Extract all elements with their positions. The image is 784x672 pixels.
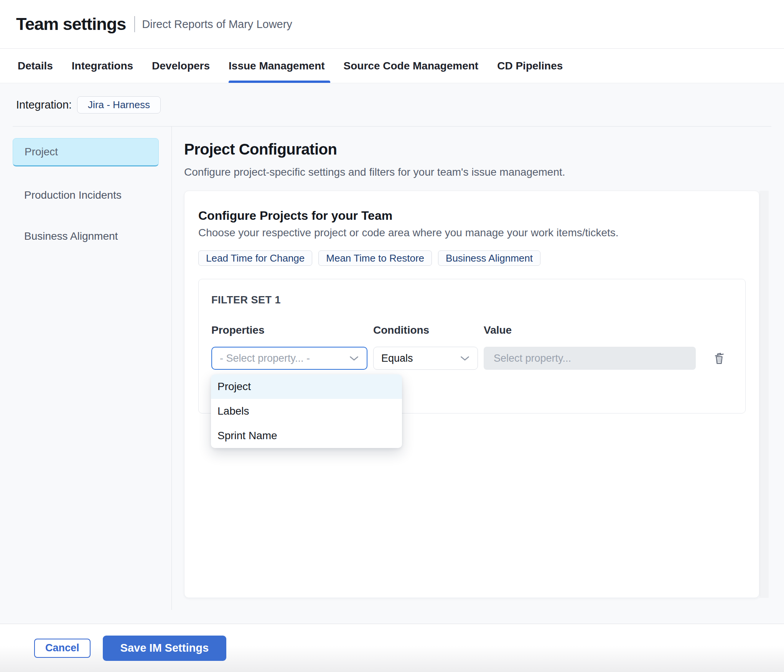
property-select-value: - Select property... - (220, 352, 310, 364)
integration-chip[interactable]: Jira - Harness (77, 96, 161, 114)
section-title: Project Configuration (184, 140, 784, 158)
tab-details[interactable]: Details (18, 49, 53, 83)
chip-mean-time-to-restore[interactable]: Mean Time to Restore (318, 250, 432, 266)
sidebar: Project Production Incidents Business Al… (0, 127, 172, 610)
tab-source-code-management[interactable]: Source Code Management (344, 49, 479, 83)
sidebar-item-business-alignment[interactable]: Business Alignment (13, 222, 159, 250)
tab-label: Source Code Management (344, 60, 479, 72)
chip-business-alignment[interactable]: Business Alignment (438, 250, 540, 266)
section-subtitle: Configure project-specific settings and … (184, 166, 784, 179)
integration-label: Integration: (16, 99, 72, 111)
tab-developers[interactable]: Developers (152, 49, 210, 83)
dropdown-option-labels[interactable]: Labels (211, 399, 402, 423)
content-body: Project Production Incidents Business Al… (0, 127, 784, 624)
chip-lead-time-for-change[interactable]: Lead Time for Change (198, 250, 312, 266)
team-settings-page: Team settings Direct Reports of Mary Low… (0, 0, 784, 672)
filter-grid: Properties Conditions Value - Select pro… (211, 324, 733, 370)
metric-chips: Lead Time for Change Mean Time to Restor… (198, 250, 745, 266)
dropdown-option-label: Sprint Name (217, 430, 277, 442)
delete-filter-button[interactable] (711, 350, 728, 367)
dropdown-option-project[interactable]: Project (211, 374, 402, 399)
tab-cd-pipelines[interactable]: CD Pipelines (497, 49, 563, 83)
integration-row: Integration: Jira - Harness (0, 83, 784, 127)
card-title: Configure Projects for your Team (198, 209, 745, 223)
trash-icon (712, 350, 727, 367)
condition-select-value: Equals (381, 352, 413, 364)
chevron-down-icon (349, 356, 359, 361)
page-title: Team settings (16, 14, 126, 34)
property-dropdown: Project Labels Sprint Name (211, 374, 402, 448)
cancel-button[interactable]: Cancel (34, 639, 91, 658)
tab-label: Issue Management (229, 60, 325, 72)
sidebar-item-label: Business Alignment (24, 230, 118, 242)
dropdown-option-label: Labels (217, 405, 249, 417)
dropdown-option-label: Project (217, 380, 251, 393)
tab-label: CD Pipelines (497, 60, 563, 72)
sidebar-item-project[interactable]: Project (13, 138, 159, 166)
chevron-down-icon (460, 356, 470, 361)
footer: Cancel Save IM Settings (0, 624, 784, 672)
tab-issue-management[interactable]: Issue Management (229, 49, 325, 83)
card-subtitle: Choose your respective project or code a… (198, 227, 745, 239)
tab-label: Details (18, 60, 53, 72)
condition-select[interactable]: Equals (373, 347, 478, 370)
value-input[interactable] (484, 347, 696, 370)
dropdown-option-sprint-name[interactable]: Sprint Name (211, 423, 402, 448)
main-panel: Project Configuration Configure project-… (172, 127, 784, 624)
column-header-value: Value (484, 324, 696, 337)
sidebar-item-label: Production Incidents (24, 189, 122, 201)
column-header-conditions: Conditions (373, 324, 478, 337)
property-select[interactable]: - Select property... - (211, 347, 367, 370)
page-subtitle: Direct Reports of Mary Lowery (142, 18, 292, 31)
configure-projects-card: Configure Projects for your Team Choose … (184, 191, 759, 598)
title-divider (134, 16, 135, 32)
sidebar-item-label: Project (25, 146, 58, 158)
tab-bar: Details Integrations Developers Issue Ma… (0, 49, 784, 83)
sidebar-item-production-incidents[interactable]: Production Incidents (13, 181, 159, 209)
tab-label: Integrations (72, 60, 133, 72)
tab-label: Developers (152, 60, 210, 72)
save-im-settings-button[interactable]: Save IM Settings (103, 636, 226, 661)
tab-integrations[interactable]: Integrations (72, 49, 133, 83)
header: Team settings Direct Reports of Mary Low… (0, 0, 784, 49)
filter-set-title: FILTER SET 1 (211, 294, 733, 306)
column-header-properties: Properties (211, 324, 367, 337)
